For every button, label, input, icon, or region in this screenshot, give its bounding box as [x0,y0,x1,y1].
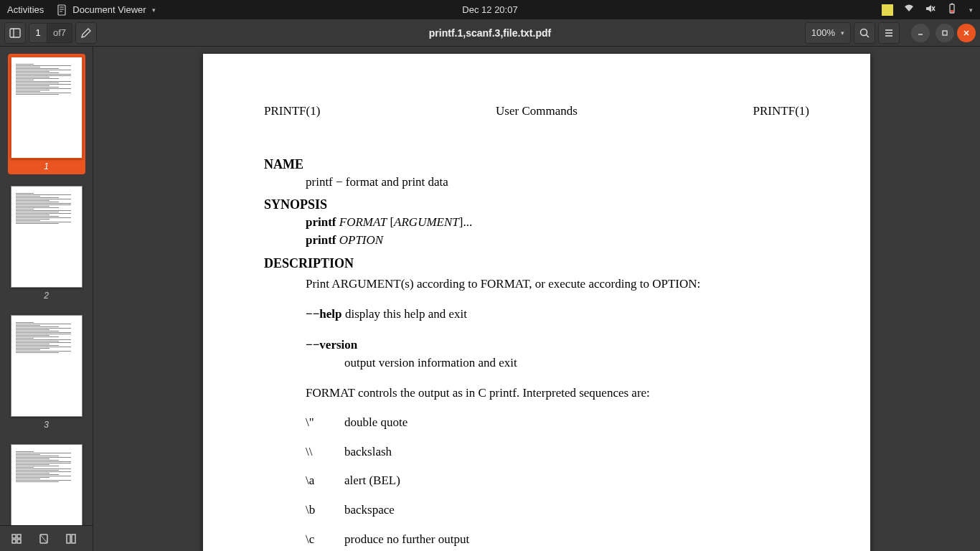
chevron-down-icon: ▾ [841,29,844,37]
clock[interactable]: Dec 12 20:07 [462,4,517,15]
zoom-value: 100% [811,27,835,38]
svg-rect-9 [10,29,20,37]
page-selector: of 7 [29,23,72,43]
escape-seq-row: \cproduce no further output [306,531,809,549]
wifi-icon[interactable] [903,3,915,17]
hamburger-menu-button[interactable] [878,22,900,44]
view-annotations-button[interactable] [59,529,83,549]
notification-indicator-icon[interactable] [882,4,893,16]
section-description: DESCRIPTION [264,254,809,273]
close-button[interactable] [957,24,976,42]
svg-rect-26 [67,534,70,543]
view-outline-button[interactable] [32,529,56,549]
outline-icon [38,533,50,545]
thumbnail-page-2[interactable]: 2 [8,183,85,303]
svg-rect-22 [12,540,16,543]
document-title: printf.1,scanf.3,file.txt.pdf [429,27,551,39]
page-number-input[interactable] [29,23,47,43]
minimize-button[interactable] [911,24,930,42]
chevron-down-icon: ▾ [152,6,156,14]
app-menu-label: Document Viewer [72,4,146,15]
thumbnail-sidebar: 1234 [0,47,93,551]
escape-seq-row: \"double quote [306,414,809,432]
search-button[interactable] [854,22,875,44]
thumbnail-number: 3 [44,420,49,430]
header-right: PRINTF(1) [753,103,809,121]
pdf-page: PRINTF(1) User Commands PRINTF(1) NAME p… [203,54,870,551]
svg-rect-8 [951,10,953,12]
page-total-label: of 7 [47,23,72,43]
search-icon [859,27,870,39]
workspace: 1234 PRINTF(1) User Commands PRINTF(1) N… [0,47,980,551]
synopsis-line-2: printf OPTION [306,232,809,250]
synopsis-line-1: printf FORMAT [ARGUMENT]... [306,214,809,232]
sidebar-footer [0,525,93,551]
escape-sequence-list: \"double quote\\backslash\aalert (BEL)\b… [264,414,809,551]
thumbnail-page-4[interactable]: 4 [8,441,85,525]
gnome-top-bar: Activities Document Viewer ▾ Dec 12 20:0… [0,0,980,19]
svg-point-11 [861,29,867,35]
svg-rect-0 [58,5,65,15]
annotations-icon [65,533,77,545]
side-pane-toggle-button[interactable] [4,22,26,44]
close-icon [963,29,970,37]
svg-rect-20 [12,534,16,538]
header-left: PRINTF(1) [264,103,320,121]
system-menu-chevron-icon[interactable]: ▾ [969,6,973,14]
format-controls-line: FORMAT controls the output as in C print… [306,385,809,402]
option-help: −−help display this help and exit [306,306,809,324]
name-line: printf − format and print data [306,174,809,192]
maximize-button[interactable] [936,24,954,42]
grid-icon [11,533,22,545]
man-page-header: PRINTF(1) User Commands PRINTF(1) [264,103,809,121]
option-version: −−version output version information and… [306,336,809,372]
zoom-selector[interactable]: 100% ▾ [805,22,851,44]
maximize-icon [941,29,948,37]
svg-rect-17 [943,31,947,35]
app-menu[interactable]: Document Viewer ▾ [57,4,155,16]
svg-line-25 [40,534,47,543]
thumbnail-list[interactable]: 1234 [0,47,93,525]
thumbnail-number: 1 [44,161,49,171]
minimize-icon [917,29,924,37]
description-line: Print ARGUMENT(s) according to FORMAT, o… [306,276,809,293]
escape-seq-row: \bbackspace [306,501,809,519]
section-synopsis: SYNOPSIS [264,195,809,214]
thumbnail-number: 2 [44,291,49,301]
evince-toolbar: of 7 printf.1,scanf.3,file.txt.pdf 100% … [0,19,980,47]
document-viewer-icon [57,4,68,16]
svg-rect-23 [17,540,21,543]
section-name: NAME [264,155,809,174]
escape-seq-row: \\backslash [306,443,809,461]
document-view[interactable]: PRINTF(1) User Commands PRINTF(1) NAME p… [93,47,980,551]
pencil-icon [80,27,92,39]
thumbnail-page-3[interactable]: 3 [8,312,85,433]
svg-rect-21 [17,534,21,538]
header-center: User Commands [496,103,578,121]
svg-line-12 [867,34,870,37]
thumbnail-page-1[interactable]: 1 [8,54,85,174]
annotate-button[interactable] [75,22,97,44]
hamburger-icon [883,27,895,39]
battery-icon[interactable] [946,3,958,17]
view-grid-button[interactable] [4,529,29,549]
svg-rect-7 [951,4,953,5]
svg-rect-27 [72,534,75,543]
escape-seq-row: \aalert (BEL) [306,472,809,490]
volume-muted-icon[interactable] [925,3,936,17]
activities-button[interactable]: Activities [7,4,44,15]
side-pane-icon [9,27,21,39]
